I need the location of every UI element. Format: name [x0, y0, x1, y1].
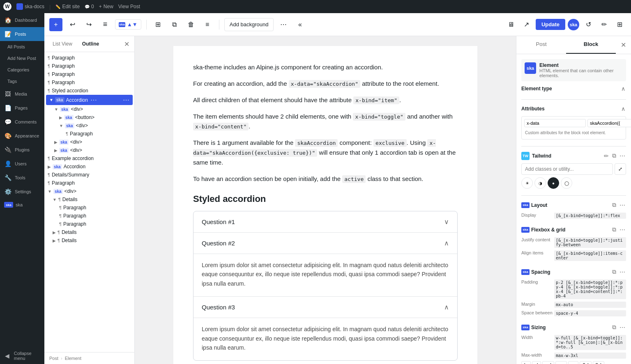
- sidebar-item-pages[interactable]: 📄 Pages: [0, 101, 44, 115]
- layout-copy-btn[interactable]: ⧉: [611, 201, 617, 209]
- size-btn-sm[interactable]: sm: [555, 361, 567, 364]
- more-icon[interactable]: ⋯: [123, 96, 129, 104]
- flexbox-copy-btn[interactable]: ⧉: [611, 225, 617, 234]
- outline-item-paragraph-nested[interactable]: ¶ Paragraph: [44, 130, 134, 138]
- delete-button[interactable]: 🗑: [184, 18, 198, 31]
- outline-item-div-5[interactable]: ▼ ska <div>: [44, 187, 134, 195]
- spacing-copy-btn[interactable]: ⧉: [611, 268, 617, 276]
- layout-more-btn[interactable]: ⋯: [619, 201, 626, 209]
- sizing-copy-btn[interactable]: ⧉: [611, 323, 617, 332]
- attr-key-input[interactable]: [524, 119, 586, 127]
- outline-item-styled-accordion[interactable]: ¶ Styled accordion: [44, 87, 134, 95]
- sidebar-item-add-new-post[interactable]: Add New Post: [0, 53, 44, 64]
- refresh-button[interactable]: ↺: [582, 18, 595, 31]
- sidebar-item-dashboard[interactable]: 🏠 Dashboard: [0, 13, 44, 27]
- outline-item-details-2[interactable]: ▶ ¶ Details: [44, 228, 134, 236]
- sidebar-item-settings[interactable]: ⚙️ Settings: [0, 185, 44, 199]
- accordion-header-1[interactable]: Question #1 ∨: [193, 211, 457, 232]
- sidebar-item-tags[interactable]: Tags: [0, 76, 44, 87]
- outline-item-paragraph-2[interactable]: ¶ Paragraph: [44, 62, 134, 70]
- tab-list-view[interactable]: List View: [49, 39, 76, 48]
- more-options-button[interactable]: ⋯: [277, 18, 290, 31]
- tailwind-input[interactable]: [521, 163, 613, 175]
- outline-close-button[interactable]: ✕: [124, 40, 129, 48]
- admin-bar-edit-site[interactable]: ✏️ Edit site: [55, 4, 80, 9]
- tailwind-copy-button[interactable]: ⧉: [611, 151, 617, 160]
- tab-outline[interactable]: Outline: [79, 39, 102, 48]
- flexbox-more-btn[interactable]: ⋯: [619, 225, 626, 234]
- admin-bar-site-logo[interactable]: ska-docs: [16, 3, 44, 10]
- sidebar-item-media[interactable]: 🖼 Media: [0, 87, 44, 101]
- breadcrumb-post[interactable]: Post: [49, 356, 58, 361]
- outline-item-div-2[interactable]: ▼ ska <div>: [44, 121, 134, 130]
- outline-item-paragraph-3[interactable]: ¶ Paragraph: [44, 70, 134, 78]
- right-panel-close-button[interactable]: ✕: [616, 36, 631, 54]
- outline-item-paragraph-7[interactable]: ¶ Paragraph: [44, 212, 134, 220]
- add-background-button[interactable]: Add background: [224, 18, 274, 31]
- edit-button[interactable]: ✏: [597, 18, 610, 31]
- outline-item-div-1[interactable]: ▼ ska <div>: [44, 105, 134, 113]
- ska-block-toolbar[interactable]: ska ▲▼: [115, 19, 141, 30]
- sidebar-item-posts[interactable]: 📝 Posts: [0, 27, 44, 41]
- outline-item-paragraph-4[interactable]: ¶ Paragraph: [44, 78, 134, 87]
- outline-item-accordion-2[interactable]: ▶ ska Accordion: [44, 163, 134, 171]
- mode-half-button[interactable]: ◑: [534, 177, 546, 189]
- redo-button[interactable]: ↪: [82, 18, 95, 31]
- align-button[interactable]: ≡: [201, 18, 214, 31]
- sidebar-item-appearance[interactable]: 🎨 Appearance: [0, 129, 44, 143]
- sidebar-item-tools[interactable]: 🔧 Tools: [0, 171, 44, 185]
- outline-item-example-accordion[interactable]: ¶ Example accordion: [44, 154, 134, 163]
- element-type-toggle[interactable]: ∧: [620, 85, 626, 93]
- mode-empty-button[interactable]: ◯: [561, 177, 572, 189]
- grid-button[interactable]: ⊞: [152, 18, 165, 31]
- tailwind-more-button[interactable]: ⋯: [619, 151, 626, 160]
- outline-item-paragraph-8[interactable]: ¶ Paragraph: [44, 220, 134, 228]
- mode-light-button[interactable]: ☀: [521, 177, 533, 189]
- settings-panel-button[interactable]: ⊞: [613, 18, 626, 31]
- sidebar-item-all-posts[interactable]: All Posts: [0, 41, 44, 53]
- admin-bar-new[interactable]: + New: [99, 4, 113, 9]
- undo-button[interactable]: ↩: [66, 18, 79, 31]
- spacing-more-btn[interactable]: ⋯: [619, 268, 626, 276]
- outline-item-div-4[interactable]: ▶ ska <div>: [44, 146, 134, 154]
- sidebar-item-ska[interactable]: ska ska: [0, 199, 44, 211]
- desktop-view-button[interactable]: 🖥: [504, 18, 518, 31]
- tab-post[interactable]: Post: [516, 36, 566, 54]
- sidebar-item-categories[interactable]: Categories: [0, 64, 44, 76]
- sidebar-item-comments[interactable]: 💬 Comments: [0, 115, 44, 129]
- external-link-button[interactable]: ↗: [520, 18, 533, 31]
- mode-dark-button[interactable]: ●: [548, 177, 559, 189]
- outline-item-button[interactable]: ▶ ska <button>: [44, 113, 134, 121]
- size-btn-xl[interactable]: xl: [532, 361, 541, 364]
- attr-val-input[interactable]: [587, 119, 631, 127]
- add-block-button[interactable]: +: [49, 18, 62, 31]
- tailwind-edit-button[interactable]: ✏: [603, 151, 610, 160]
- sidebar-item-plugins[interactable]: 🔌 Plugins: [0, 143, 44, 157]
- admin-bar-comments[interactable]: 💬 0: [85, 4, 94, 9]
- outline-item-details-3[interactable]: ▶ ¶ Details: [44, 236, 134, 245]
- outline-item-paragraph-6[interactable]: ¶ Paragraph: [44, 204, 134, 212]
- list-view-button[interactable]: ≡: [99, 18, 112, 31]
- attributes-toggle[interactable]: ∧: [620, 105, 626, 113]
- copy-button[interactable]: ⧉: [168, 18, 181, 31]
- outline-item-div-3[interactable]: ▶ ska <div>: [44, 138, 134, 146]
- outline-item-details-summary[interactable]: ¶ Details/Summary: [44, 171, 134, 179]
- outline-item-details-1[interactable]: ▼ ¶ Details: [44, 195, 134, 204]
- tailwind-action-btn[interactable]: ⤢: [615, 163, 626, 175]
- sidebar-collapse[interactable]: ◀ Collapse menu: [0, 348, 44, 364]
- size-btn-3xl[interactable]: 3xl: [593, 361, 604, 364]
- sizing-more-btn[interactable]: ⋯: [619, 323, 626, 332]
- accordion-header-2[interactable]: Question #2 ∧: [193, 233, 457, 254]
- size-btn-2xl[interactable]: 2xl: [580, 361, 591, 364]
- admin-bar-wp-logo[interactable]: W: [3, 2, 12, 11]
- outline-item-paragraph-5[interactable]: ¶ Paragraph: [44, 179, 134, 187]
- admin-bar-view-post[interactable]: View Post: [118, 4, 140, 9]
- collapse-panel-button[interactable]: «: [293, 18, 306, 31]
- size-btn-lg[interactable]: lg: [521, 361, 531, 364]
- tab-block[interactable]: Block: [566, 36, 616, 54]
- content-area[interactable]: ska-theme includes an Alpine.js componen…: [135, 36, 516, 364]
- outline-item-paragraph-1[interactable]: ¶ Paragraph: [44, 54, 134, 62]
- sidebar-item-users[interactable]: 👤 Users: [0, 157, 44, 171]
- accordion-header-3[interactable]: Question #3 ∧: [193, 297, 457, 318]
- update-button[interactable]: Update: [536, 19, 565, 30]
